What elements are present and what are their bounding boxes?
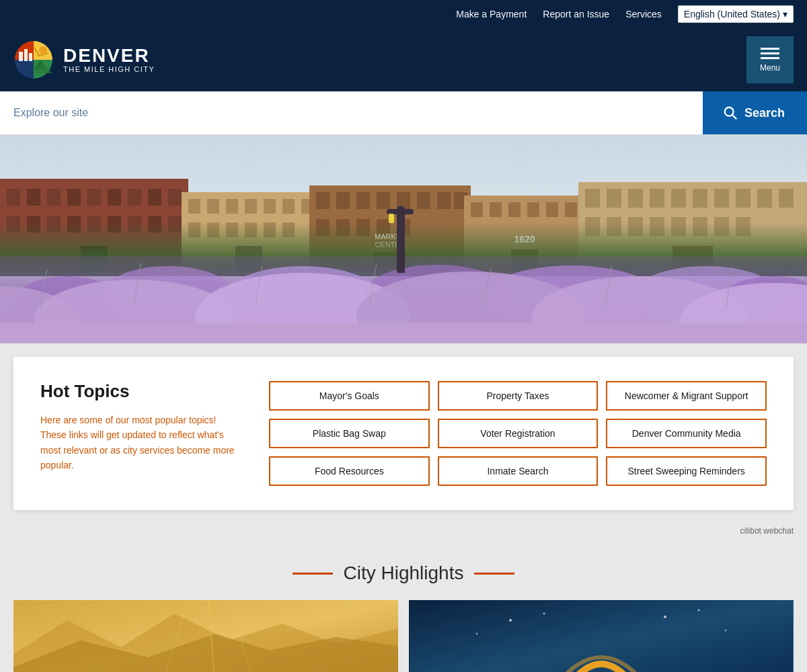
menu-bar-2: [761, 52, 779, 54]
highlights-grid: [13, 600, 794, 672]
svg-rect-60: [471, 202, 483, 217]
topic-button-7[interactable]: Inmate Search: [438, 456, 599, 486]
main-header: DENVER THE MILE HIGH CITY Menu: [0, 28, 807, 91]
make-payment-link[interactable]: Make a Payment: [456, 9, 527, 19]
svg-rect-46: [377, 192, 390, 209]
citibot-area: citibot webchat: [0, 523, 807, 542]
chevron-down-icon: ▾: [783, 9, 787, 19]
hot-topics-left: Hot Topics Here are some of our most pop…: [40, 381, 242, 473]
svg-rect-72: [650, 189, 664, 208]
search-icon: [723, 106, 738, 120]
logo[interactable]: DENVER THE MILE HIGH CITY: [13, 40, 155, 80]
svg-rect-70: [607, 189, 621, 208]
svg-point-107: [698, 610, 700, 612]
language-label: English (United States): [684, 9, 780, 19]
svg-rect-71: [628, 189, 643, 208]
search-button[interactable]: Search: [703, 91, 807, 134]
report-issue-link[interactable]: Report an Issue: [543, 9, 609, 19]
menu-bar-1: [761, 48, 779, 50]
svg-rect-64: [546, 202, 558, 217]
svg-rect-31: [245, 199, 257, 214]
hot-topics-description: Here are some of our most popular topics…: [40, 413, 242, 473]
svg-rect-30: [226, 199, 238, 214]
menu-bar-3: [761, 57, 779, 59]
svg-rect-14: [128, 189, 141, 206]
title-line-right: [474, 573, 514, 575]
svg-rect-75: [714, 189, 729, 208]
svg-rect-33: [282, 199, 295, 214]
title-line-left: [293, 573, 333, 575]
hot-topics-section: Hot Topics Here are some of our most pop…: [0, 343, 807, 523]
hero-image: MARKET CENTER 1620: [0, 135, 807, 343]
svg-rect-3: [29, 53, 32, 61]
svg-rect-12: [87, 189, 101, 206]
topic-button-4[interactable]: Voter Registration: [438, 419, 599, 448]
svg-rect-13: [108, 189, 121, 206]
svg-rect-10: [47, 189, 61, 206]
language-selector[interactable]: English (United States) ▾: [678, 5, 794, 23]
svg-point-109: [725, 630, 727, 632]
svg-rect-76: [736, 189, 751, 208]
svg-rect-28: [188, 199, 200, 214]
svg-rect-62: [508, 202, 521, 217]
svg-rect-8: [7, 189, 20, 206]
topic-button-0[interactable]: Mayor's Goals: [269, 381, 430, 411]
svg-rect-61: [490, 202, 502, 217]
svg-rect-29: [207, 199, 219, 214]
hot-topics-links: Mayor's GoalsProperty TaxesNewcomer & Mi…: [269, 381, 767, 486]
svg-rect-1: [19, 52, 23, 61]
svg-rect-11: [67, 189, 81, 206]
services-link[interactable]: Services: [625, 9, 662, 19]
city-highlights-title: City Highlights: [13, 562, 794, 584]
svg-rect-69: [585, 189, 600, 208]
svg-point-108: [476, 633, 478, 635]
city-name: DENVER: [63, 46, 155, 65]
svg-rect-73: [671, 189, 686, 208]
svg-line-6: [732, 115, 736, 119]
city-subtitle: THE MILE HIGH CITY: [63, 65, 155, 73]
svg-rect-49: [437, 192, 451, 209]
topic-button-2[interactable]: Newcomer & Migrant Support: [606, 381, 767, 411]
svg-rect-65: [565, 202, 577, 217]
svg-rect-15: [148, 189, 161, 206]
svg-rect-32: [264, 199, 276, 214]
svg-rect-43: [316, 192, 330, 209]
city-highlights-label: City Highlights: [344, 562, 464, 584]
svg-rect-2: [24, 49, 28, 61]
svg-point-4: [39, 46, 47, 54]
highlight-card-2[interactable]: [409, 600, 794, 672]
svg-point-5: [725, 108, 734, 116]
city-highlights-section: City Highlights: [0, 542, 807, 672]
topic-button-5[interactable]: Denver Community Media: [606, 419, 767, 448]
topic-button-6[interactable]: Food Resources: [269, 456, 430, 486]
highlight-visual-2: [410, 600, 793, 672]
highlight-card-1[interactable]: [13, 600, 398, 672]
search-button-label: Search: [744, 106, 785, 120]
denver-logo-icon: [13, 40, 54, 80]
svg-rect-48: [417, 192, 430, 209]
highlight-visual-1: [13, 600, 398, 672]
svg-rect-16: [168, 189, 182, 206]
logo-text: DENVER THE MILE HIGH CITY: [63, 46, 155, 73]
hot-topics-card: Hot Topics Here are some of our most pop…: [13, 357, 794, 510]
svg-rect-77: [757, 189, 772, 208]
topic-button-8[interactable]: Street Sweeping Reminders: [606, 456, 767, 486]
topic-button-1[interactable]: Property Taxes: [438, 381, 599, 411]
svg-rect-63: [527, 202, 539, 217]
menu-button[interactable]: Menu: [746, 36, 794, 83]
topic-button-3[interactable]: Plastic Bag Swap: [269, 419, 430, 448]
svg-point-106: [664, 616, 666, 618]
svg-point-105: [543, 613, 545, 615]
svg-rect-9: [27, 189, 40, 206]
menu-label: Menu: [760, 63, 780, 73]
svg-rect-101: [0, 323, 807, 343]
svg-point-104: [509, 619, 512, 622]
street-pole-1: [397, 206, 405, 273]
svg-rect-78: [779, 189, 794, 208]
search-input[interactable]: [0, 91, 703, 134]
utility-bar: Make a Payment Report an Issue Services …: [0, 0, 807, 28]
search-bar: Search: [0, 91, 807, 135]
citibot-label: citibot webchat: [740, 526, 794, 536]
svg-rect-45: [356, 192, 370, 209]
svg-rect-44: [336, 192, 350, 209]
